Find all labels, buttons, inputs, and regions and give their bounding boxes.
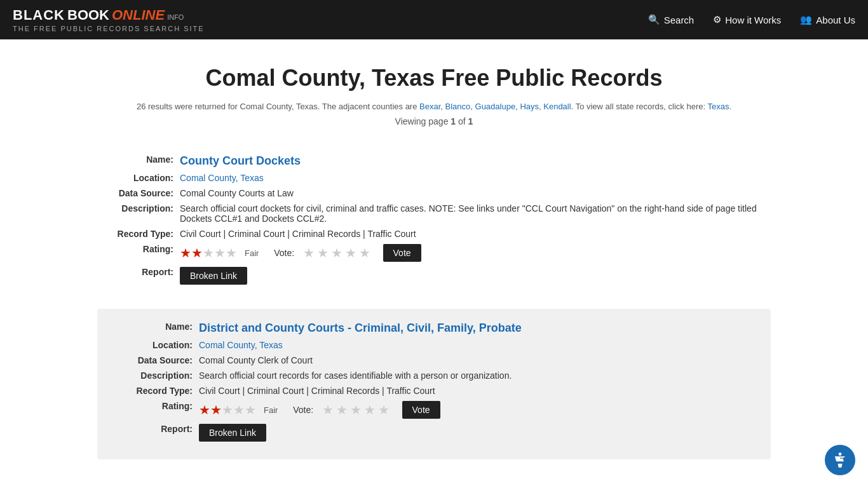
rating-value-1: ★ ★ ★ ★ ★ Fair Vote: ★ ★ ★ ★ ★: [180, 244, 771, 262]
paging-current: 1: [451, 116, 456, 126]
vote-label-1: Vote:: [274, 248, 294, 258]
logo[interactable]: BLACK BOOK ONLINE INFO THE FREE PUBLIC R…: [13, 7, 205, 32]
record-type-label-2: Record Type:: [116, 386, 199, 396]
record-card-2: Name: District and County Courts - Crimi…: [97, 309, 771, 459]
record-description-value-1: Search official court dockets for civil,…: [180, 203, 771, 224]
logo-info: INFO: [167, 13, 184, 21]
record-type-value-1: Civil Court | Criminal Court | Criminal …: [180, 229, 771, 239]
star-2-3: ★: [222, 402, 233, 417]
record-datasource-row-2: Data Source: Comal County Clerk of Court: [116, 355, 752, 365]
record-datasource-value-2: Comal County Clerk of Court: [199, 355, 752, 365]
gear-icon: ⚙: [713, 14, 721, 25]
record-report-row-2: Report: Broken Link: [116, 424, 752, 442]
logo-tagline: THE FREE PUBLIC RECORDS SEARCH SITE: [13, 25, 205, 32]
results-info: 26 results were returned for Comal Count…: [97, 102, 771, 111]
rating-area-1: ★ ★ ★ ★ ★ Fair Vote: ★ ★ ★ ★ ★: [180, 244, 771, 262]
county-link-guadalupe[interactable]: Guadalupe: [475, 102, 516, 111]
results-text-before: 26 results were returned for Comal Count…: [137, 102, 417, 111]
record-description-value-2: Search official court records for cases …: [199, 370, 752, 381]
vote-star-1-4: ★: [345, 246, 356, 260]
logo-online: ONLINE: [112, 7, 165, 24]
record-name-link-2[interactable]: District and County Courts - Criminal, C…: [199, 322, 522, 334]
vote-star-2-1: ★: [322, 403, 334, 417]
record-name-link-1[interactable]: County Court Dockets: [180, 154, 301, 167]
rating-stars-2[interactable]: ★ ★ ★ ★ ★: [199, 402, 256, 417]
svg-point-0: [839, 452, 842, 456]
county-link-hays[interactable]: Hays: [520, 102, 539, 111]
people-icon: 👥: [800, 14, 812, 25]
vote-star-2-2: ★: [336, 403, 348, 417]
record-rating-row-2: Rating: ★ ★ ★ ★ ★ Fair Vote: ★ ★: [116, 401, 752, 419]
star-2-5: ★: [245, 402, 256, 417]
record-location-row-1: Location: Comal County, Texas: [97, 173, 771, 183]
nav-search-label: Search: [664, 15, 695, 25]
description-label-1: Description:: [97, 203, 180, 214]
record-report-row-1: Report: Broken Link: [97, 267, 771, 285]
main-nav: 🔍 Search ⚙ How it Works 👥 About Us: [648, 14, 855, 25]
results-text-after: To view all state records, click here:: [576, 102, 708, 111]
logo-black: BLACK: [13, 7, 65, 24]
vote-stars-1[interactable]: ★ ★ ★ ★ ★: [303, 245, 370, 261]
record-type-label-1: Record Type:: [97, 229, 180, 239]
record-name-row-1: Name: County Court Dockets: [97, 154, 771, 168]
accessibility-icon: [831, 451, 849, 469]
nav-search[interactable]: 🔍 Search: [648, 14, 695, 25]
star-2-1: ★: [199, 402, 210, 417]
description-label-2: Description:: [116, 370, 199, 381]
paging-total: 1: [468, 116, 473, 126]
record-name-row-2: Name: District and County Courts - Crimi…: [116, 322, 752, 335]
record-datasource-value-1: Comal County Courts at Law: [180, 188, 771, 198]
star-1-1: ★: [180, 245, 191, 261]
broken-link-button-2[interactable]: Broken Link: [199, 424, 266, 442]
record-rating-row-1: Rating: ★ ★ ★ ★ ★ Fair Vote: ★ ★: [97, 244, 771, 262]
location-link-1[interactable]: Comal County, Texas: [180, 173, 264, 183]
report-label-2: Report:: [116, 424, 199, 434]
vote-star-1-2: ★: [317, 246, 329, 260]
nav-about-us[interactable]: 👥 About Us: [800, 14, 855, 25]
location-label-2: Location:: [116, 340, 199, 350]
vote-label-2: Vote:: [293, 405, 313, 415]
record-type-row-2: Record Type: Civil Court | Criminal Cour…: [116, 386, 752, 396]
state-link[interactable]: Texas: [707, 102, 729, 111]
record-type-value-2: Civil Court | Criminal Court | Criminal …: [199, 386, 752, 396]
vote-star-2-4: ★: [364, 403, 376, 417]
nav-how-it-works[interactable]: ⚙ How it Works: [713, 14, 781, 25]
record-description-row-1: Description: Search official court docke…: [97, 203, 771, 224]
page-title: Comal County, Texas Free Public Records: [97, 65, 771, 92]
record-name-value-1: County Court Dockets: [180, 154, 771, 168]
vote-button-2[interactable]: Vote: [402, 401, 440, 419]
record-card-1: Name: County Court Dockets Location: Com…: [97, 142, 771, 302]
vote-star-2-3: ★: [350, 403, 362, 417]
rating-text-1: Fair: [245, 248, 259, 258]
search-icon: 🔍: [648, 14, 660, 25]
paging-prefix: Viewing page: [395, 116, 449, 126]
main-content: Comal County, Texas Free Public Records …: [85, 39, 783, 478]
datasource-label-2: Data Source:: [116, 355, 199, 365]
nav-about-us-label: About Us: [816, 15, 855, 25]
star-1-5: ★: [226, 245, 237, 261]
rating-stars-1[interactable]: ★ ★ ★ ★ ★: [180, 245, 237, 261]
vote-stars-2[interactable]: ★ ★ ★ ★ ★: [322, 402, 390, 417]
county-link-bexar[interactable]: Bexar: [419, 102, 440, 111]
location-label-1: Location:: [97, 173, 180, 183]
accessibility-button[interactable]: [825, 445, 855, 475]
record-location-value-2: Comal County, Texas: [199, 340, 752, 350]
paging-separator: of: [458, 116, 466, 126]
vote-button-1[interactable]: Vote: [383, 244, 421, 262]
report-label-1: Report:: [97, 267, 180, 277]
record-description-row-2: Description: Search official court recor…: [116, 370, 752, 381]
site-header: BLACK BOOK ONLINE INFO THE FREE PUBLIC R…: [0, 0, 868, 39]
star-1-4: ★: [214, 245, 226, 261]
star-1-3: ★: [203, 245, 214, 261]
rating-value-2: ★ ★ ★ ★ ★ Fair Vote: ★ ★ ★ ★ ★: [199, 401, 752, 419]
star-2-4: ★: [233, 402, 245, 417]
county-link-kendall[interactable]: Kendall: [543, 102, 571, 111]
location-link-2[interactable]: Comal County, Texas: [199, 340, 283, 350]
record-location-row-2: Location: Comal County, Texas: [116, 340, 752, 350]
county-link-blanco[interactable]: Blanco: [445, 102, 471, 111]
vote-star-1-1: ★: [303, 246, 315, 260]
nav-how-it-works-label: How it Works: [725, 15, 781, 25]
name-label-2: Name:: [116, 322, 199, 332]
record-type-row-1: Record Type: Civil Court | Criminal Cour…: [97, 229, 771, 239]
broken-link-button-1[interactable]: Broken Link: [180, 267, 247, 285]
